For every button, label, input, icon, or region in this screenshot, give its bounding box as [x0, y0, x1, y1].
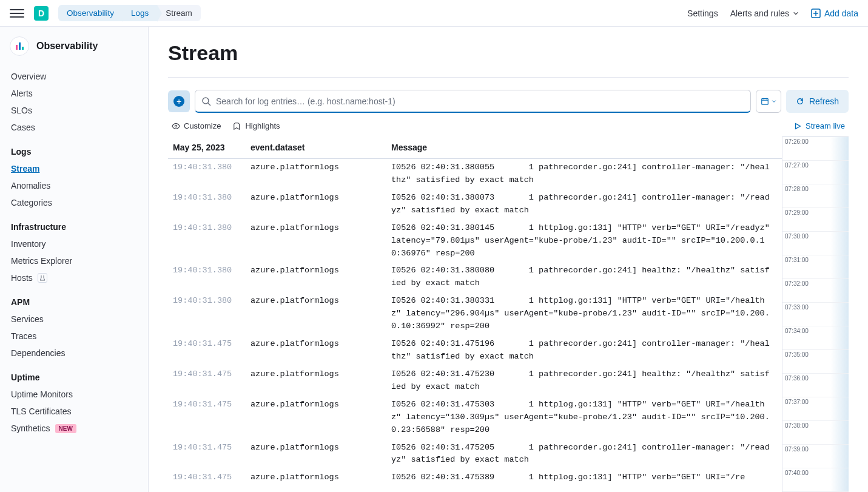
log-row[interactable]: 19:40:31.380azure.platformlogsI0526 02:4… [168, 220, 782, 263]
log-row[interactable]: 19:40:31.380azure.platformlogsI0526 02:4… [168, 262, 782, 292]
new-badge: NEW [55, 424, 76, 433]
sidebar-item-categories[interactable]: Categories [0, 194, 148, 211]
sidebar-title: Observability [36, 41, 98, 52]
log-dataset: azure.platformlogs [251, 192, 391, 217]
log-row[interactable]: 19:40:31.380azure.platformlogsI0526 02:4… [168, 189, 782, 220]
minimap-tick: 07:37:00 [782, 397, 849, 421]
sidebar-item-label: Uptime Monitors [11, 389, 73, 399]
date-picker-button[interactable] [756, 90, 781, 113]
log-dataset: azure.platformlogs [251, 368, 391, 394]
sidebar-item-label: Synthetics [11, 423, 50, 433]
plus-in-square-icon [811, 8, 821, 18]
log-dataset: azure.platformlogs [251, 338, 391, 363]
add-filter-button[interactable]: + [168, 90, 190, 112]
customize-button[interactable]: Customize [172, 121, 221, 130]
sidebar-item-stream[interactable]: Stream [0, 160, 148, 177]
settings-link[interactable]: Settings [687, 8, 718, 18]
minimap-tick: 07:26:00 [782, 137, 849, 161]
minimap-tick: 07:28:00 [782, 184, 849, 208]
minimap-tick: 07:27:00 [782, 161, 849, 184]
sidebar-item-inventory[interactable]: Inventory [0, 235, 148, 252]
log-dataset: azure.platformlogs [251, 442, 391, 467]
sidebar-item-metrics-explorer[interactable]: Metrics Explorer [0, 252, 148, 269]
breadcrumb-logs[interactable]: Logs [123, 5, 157, 21]
svg-rect-2 [19, 42, 21, 50]
log-minimap[interactable]: 07:26:0007:27:0007:28:0007:29:0007:30:00… [782, 136, 849, 492]
log-row[interactable]: 19:40:31.380azure.platformlogsI0526 02:4… [168, 292, 782, 335]
log-dataset: azure.platformlogs [251, 265, 391, 290]
minimap-tick: 07:36:00 [782, 374, 849, 397]
sidebar-header: Observability [0, 27, 148, 68]
svg-rect-5 [762, 99, 769, 105]
eye-icon [172, 122, 180, 130]
log-row[interactable]: 19:40:31.475azure.platformlogsI0526 02:4… [168, 366, 782, 396]
calendar-icon [761, 97, 769, 106]
log-row[interactable]: 19:40:31.475azure.platformlogsI0526 02:4… [168, 335, 782, 366]
hamburger-menu-icon[interactable] [10, 6, 24, 21]
sidebar-item-cases[interactable]: Cases [0, 119, 148, 136]
sidebar-item-synthetics[interactable]: SyntheticsNEW [0, 420, 148, 437]
highlights-label: Highlights [245, 121, 280, 130]
log-row[interactable]: 19:40:31.475azure.platformlogsI0526 02:4… [168, 439, 782, 470]
sidebar-item-traces[interactable]: Traces [0, 328, 148, 345]
minimap-tick: 07:40:00 [782, 468, 849, 492]
highlight-icon [233, 122, 241, 130]
refresh-button[interactable]: Refresh [786, 90, 849, 113]
col-header-message: Message [391, 143, 777, 152]
log-message: I0526 02:40:31.475303 1 httplog.go:131] … [391, 399, 777, 437]
observability-app-icon [10, 36, 29, 56]
space-badge[interactable]: D [34, 6, 49, 21]
col-header-date: May 25, 2023 [173, 143, 251, 152]
play-icon [793, 122, 802, 130]
svg-point-6 [175, 125, 177, 127]
log-row[interactable]: 19:40:31.475azure.platformlogsI0526 02:4… [168, 396, 782, 439]
log-row[interactable]: 19:40:31.380azure.platformlogsI0526 02:4… [168, 159, 782, 189]
log-timestamp: 19:40:31.380 [173, 192, 251, 217]
log-dataset: azure.platformlogs [251, 222, 391, 260]
sidebar-item-dependencies[interactable]: Dependencies [0, 345, 148, 362]
add-data-label: Add data [824, 8, 858, 18]
log-timestamp: 19:40:31.475 [173, 471, 251, 484]
log-dataset: azure.platformlogs [251, 161, 391, 187]
sidebar-item-label: SLOs [11, 106, 32, 115]
searchbar: + Refresh [168, 90, 849, 113]
log-message: I0526 02:40:31.475196 1 pathrecorder.go:… [391, 338, 777, 363]
sidebar-item-overview[interactable]: Overview [0, 68, 148, 85]
log-message: I0526 02:40:31.475205 1 pathrecorder.go:… [391, 442, 777, 467]
minimap-tick: 07:39:00 [782, 445, 849, 468]
stream-live-button[interactable]: Stream live [793, 121, 845, 130]
highlights-button[interactable]: Highlights [233, 121, 280, 130]
content: Stream + Refresh Customize [149, 27, 868, 492]
beta-badge-icon [38, 273, 47, 283]
minimap-tick: 07:29:00 [782, 208, 849, 232]
sidebar-heading: Infrastructure [0, 216, 148, 235]
log-timestamp: 19:40:31.475 [173, 442, 251, 467]
log-message: I0526 02:40:31.475389 1 httplog.go:131] … [391, 471, 777, 484]
minimap-tick: 07:35:00 [782, 350, 849, 374]
minimap-tick: 07:31:00 [782, 255, 849, 279]
sidebar-item-uptime-monitors[interactable]: Uptime Monitors [0, 386, 148, 403]
alerts-rules-menu[interactable]: Alerts and rules [730, 8, 799, 18]
log-row[interactable]: 19:40:31.475azure.platformlogsI0526 02:4… [168, 469, 782, 487]
log-timestamp: 19:40:31.475 [173, 399, 251, 437]
sidebar-item-label: Overview [11, 72, 46, 81]
sidebar-item-slos[interactable]: SLOs [0, 102, 148, 119]
sidebar-item-hosts[interactable]: Hosts [0, 269, 148, 286]
log-toolbar: Customize Highlights Stream live [168, 113, 849, 136]
sidebar-item-label: Anomalies [11, 181, 50, 190]
add-data-button[interactable]: Add data [811, 8, 858, 18]
sidebar-item-alerts[interactable]: Alerts [0, 85, 148, 102]
sidebar-heading: Logs [0, 141, 148, 160]
refresh-icon [796, 97, 804, 106]
breadcrumb: Observability Logs Stream [58, 5, 201, 22]
sidebar-item-label: Inventory [11, 239, 46, 249]
log-timestamp: 19:40:31.380 [173, 161, 251, 187]
sidebar-item-tls-certificates[interactable]: TLS Certificates [0, 403, 148, 420]
minimap-tick: 07:32:00 [782, 279, 849, 303]
breadcrumb-observability[interactable]: Observability [58, 5, 123, 21]
sidebar-item-services[interactable]: Services [0, 311, 148, 328]
sidebar-item-anomalies[interactable]: Anomalies [0, 177, 148, 194]
log-table: May 25, 2023 event.dataset Message 19:40… [168, 136, 782, 492]
search-input[interactable] [216, 96, 744, 106]
chevron-down-icon [772, 99, 776, 104]
